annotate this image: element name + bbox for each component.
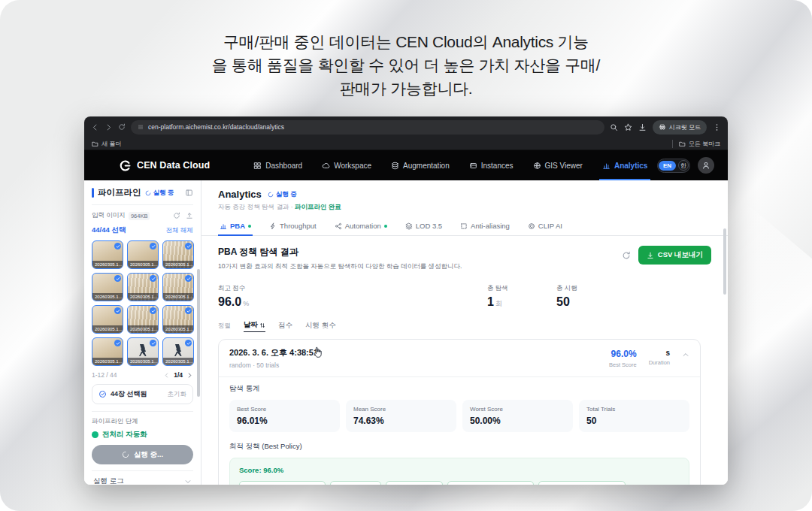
spinner-icon bbox=[145, 190, 151, 196]
nodes-icon bbox=[335, 222, 342, 230]
upload-icon[interactable] bbox=[186, 212, 193, 219]
download-icon[interactable] bbox=[638, 123, 647, 132]
dashboard-icon bbox=[253, 162, 262, 170]
tab-lod-3-5[interactable]: LOD 3.5 bbox=[404, 218, 444, 235]
pipeline-stage-item[interactable]: 전처리 자동화 bbox=[92, 430, 193, 440]
selected-check-icon bbox=[114, 340, 121, 346]
mouse-cursor bbox=[314, 346, 323, 361]
address-bar[interactable]: cen-platform.aichemist.co.kr/datacloud/a… bbox=[131, 120, 604, 135]
duration-label: Duration bbox=[649, 359, 670, 366]
chevron-up-icon[interactable] bbox=[682, 351, 689, 358]
nav-item-workspace[interactable]: Workspace bbox=[322, 150, 371, 180]
menu-kebab-icon[interactable] bbox=[713, 123, 721, 132]
pba-stat: 최고 점수96.0% bbox=[218, 284, 487, 309]
bookmark-star-icon[interactable] bbox=[624, 123, 632, 132]
thumbnail-filename: 20260305.1... bbox=[92, 261, 123, 268]
image-thumbnail[interactable]: 20260305.1... bbox=[92, 337, 123, 366]
bookmark-item[interactable]: 새 폴더 bbox=[102, 140, 121, 148]
folder-icon bbox=[92, 141, 98, 147]
run-log-row[interactable]: 실행 로그 bbox=[92, 470, 193, 485]
spinner-icon bbox=[122, 451, 129, 458]
thumbnail-filename: 20260305.1... bbox=[163, 358, 193, 365]
image-thumbnail[interactable]: 20260305.1... bbox=[92, 273, 123, 301]
nav-item-augmentation[interactable]: Augmentation bbox=[391, 150, 450, 180]
caption: 구매/판매 중인 데이터는 CEN Cloud의 Analytics 기능 을 … bbox=[158, 30, 654, 100]
result-card-header[interactable]: 2026. 3. 6. 오후 4:38:51 random · 50 trial… bbox=[219, 340, 700, 376]
collapse-panel-icon[interactable] bbox=[185, 189, 193, 197]
policy-chip: 회전: -7.073531816540957 bbox=[239, 481, 326, 485]
page-indicator: 1/4 bbox=[174, 371, 183, 379]
image-thumbnail[interactable]: 20260305.1... bbox=[162, 337, 194, 366]
zoom-icon[interactable] bbox=[610, 123, 618, 132]
reset-button[interactable]: 초기화 bbox=[168, 390, 187, 399]
next-page-icon[interactable] bbox=[186, 372, 193, 379]
sidebar-status: 실행 중 bbox=[145, 189, 174, 198]
lang-ko[interactable]: 한 bbox=[678, 160, 689, 171]
search-stats-row: Best Score96.01%Mean Score74.63%Worst Sc… bbox=[229, 400, 689, 432]
image-thumbnail[interactable]: 20260305.1... bbox=[127, 305, 159, 334]
tab-anti-aliasing[interactable]: Anti-aliasing bbox=[459, 218, 511, 235]
pipeline-sidebar: 파이프라인 실행 중 입력 이미지 964KB 44/4 bbox=[84, 180, 201, 485]
tab-pba[interactable]: PBA bbox=[218, 218, 253, 235]
image-thumbnail[interactable]: 20260305.1... bbox=[127, 240, 159, 269]
language-toggle[interactable]: EN 한 bbox=[657, 159, 690, 173]
pba-section: PBA 정책 탐색 결과 10가지 변환 효과의 최적 조합을 자동으로 탐색하… bbox=[201, 236, 728, 485]
nav-item-instances[interactable]: Instances bbox=[469, 150, 514, 180]
caption-line: 을 통해 품질을 확인할 수 있어 더 높은 가치 자산을 구매/ bbox=[158, 53, 654, 77]
image-thumbnail[interactable]: 20260305.1... bbox=[92, 305, 123, 334]
reload-icon[interactable] bbox=[118, 123, 126, 131]
best-score-label: Best Score bbox=[609, 361, 637, 368]
image-thumbnail[interactable]: 20260305.1... bbox=[162, 273, 194, 301]
main-scrollbar[interactable] bbox=[723, 228, 726, 295]
prev-page-icon[interactable] bbox=[163, 372, 170, 379]
brand[interactable]: CEN Data Cloud bbox=[119, 159, 210, 172]
refresh-icon[interactable] bbox=[622, 251, 631, 260]
sort-option[interactable]: 시행 횟수 bbox=[305, 321, 336, 332]
file-size-badge: 964KB bbox=[129, 212, 150, 220]
site-settings-icon[interactable] bbox=[138, 124, 144, 130]
stat-box: Total Trials50 bbox=[579, 400, 689, 432]
tab-automation[interactable]: Automation bbox=[333, 218, 389, 235]
page-title: Analytics bbox=[218, 189, 262, 200]
back-icon[interactable] bbox=[91, 123, 99, 132]
tab-throughput[interactable]: Throughput bbox=[268, 218, 318, 235]
spinner-icon bbox=[268, 192, 274, 198]
sort-arrows-icon bbox=[259, 322, 265, 328]
browser-window: cen-platform.aichemist.co.kr/datacloud/a… bbox=[84, 116, 728, 485]
page-subtitle: 자동 증강 정책 탐색 결과 · 파이프라인 완료 bbox=[218, 203, 711, 212]
pba-title: PBA 정책 탐색 결과 bbox=[218, 246, 462, 259]
running-button[interactable]: 실행 중... bbox=[92, 445, 193, 464]
sort-option[interactable]: 점수 bbox=[278, 321, 292, 332]
csv-export-button[interactable]: CSV 내보내기 bbox=[638, 246, 711, 265]
incognito-icon bbox=[659, 123, 666, 131]
lang-en[interactable]: EN bbox=[659, 161, 676, 171]
running-badge: 실행 중 bbox=[268, 190, 297, 199]
policy-score: Score: 96.0% bbox=[239, 466, 680, 474]
image-thumbnail[interactable]: 20260305.1... bbox=[127, 273, 159, 301]
tab-clip-ai[interactable]: CLIP AI bbox=[526, 218, 564, 235]
sidebar-header: 파이프라인 실행 중 bbox=[92, 187, 193, 205]
image-thumbnail[interactable]: 20260305.1... bbox=[127, 337, 159, 366]
sort-option[interactable]: 날짜 bbox=[244, 320, 265, 332]
sidebar-scrollbar[interactable] bbox=[197, 269, 200, 397]
image-thumbnail[interactable]: 20260305.1... bbox=[162, 305, 194, 334]
all-bookmarks[interactable]: 모든 북마크 bbox=[672, 140, 720, 148]
incognito-badge: 시크릿 모드 bbox=[653, 120, 707, 135]
user-avatar[interactable] bbox=[698, 157, 714, 174]
pba-description: 10가지 변환 효과의 최적 조합을 자동으로 탐색하여 다양한 학습 데이터를… bbox=[218, 262, 462, 271]
image-thumbnail[interactable]: 20260305.1... bbox=[162, 240, 194, 269]
result-card: 2026. 3. 6. 오후 4:38:51 random · 50 trial… bbox=[218, 339, 701, 485]
policy-chip: 대비: 33.263415508984394 bbox=[538, 481, 626, 485]
analytics-header: Analytics 실행 중 자동 증강 정책 탐색 결과 · 파이프라인 완료 bbox=[201, 180, 728, 212]
thumbnail-filename: 20260305.1... bbox=[128, 358, 158, 365]
nav-item-dashboard[interactable]: Dashboard bbox=[253, 150, 302, 180]
selection-summary: 44장 선택됨 bbox=[111, 389, 147, 399]
incognito-label: 시크릿 모드 bbox=[669, 123, 701, 132]
forward-icon[interactable] bbox=[105, 123, 113, 132]
refresh-icon[interactable] bbox=[173, 212, 180, 219]
deselect-all-button[interactable]: 전체 해제 bbox=[166, 226, 193, 235]
nav-item-analytics[interactable]: Analytics bbox=[602, 150, 647, 180]
image-thumbnail[interactable]: 20260305.1... bbox=[92, 240, 123, 269]
nav-item-gis-viewer[interactable]: GIS Viewer bbox=[533, 150, 583, 180]
page-background: 구매/판매 중인 데이터는 CEN Cloud의 Analytics 기능 을 … bbox=[0, 0, 812, 511]
